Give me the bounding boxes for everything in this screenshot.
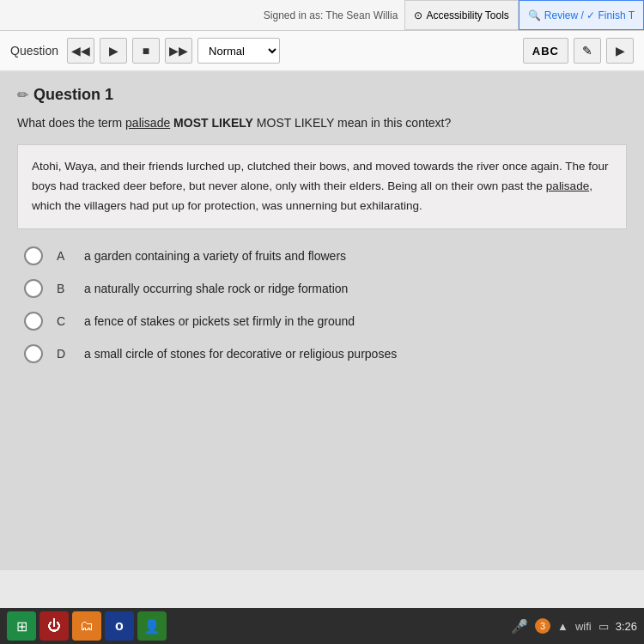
apps-taskbar-icon[interactable]: ⊞ [7,611,36,641]
stop-icon: ■ [143,44,149,58]
choice-a-letter: A [57,249,70,263]
taskbar-right: 🎤 3 ▲ wifi ▭ 3:26 [511,618,637,635]
question-text-before: What does the term [17,116,125,130]
files-taskbar-icon[interactable]: 🗂 [72,611,101,641]
question-text-after: MOST LIKELY mean in this context? [253,116,451,130]
choice-a[interactable]: A a garden containing a variety of fruit… [24,246,620,265]
accessibility-icon: ⊙ [414,9,422,21]
radio-b[interactable] [24,279,43,298]
power-icon: ⏻ [47,618,61,634]
stop-button[interactable]: ■ [132,38,160,64]
choice-b-text: a naturally occurring shale rock or ridg… [84,282,348,295]
accessibility-label: Accessibility Tools [426,9,508,21]
choice-c-letter: C [57,314,70,328]
chevron-right-icon: ▶ [616,44,625,58]
question-label: Question [10,44,58,58]
choice-d[interactable]: D a small circle of stones for decorativ… [24,344,620,363]
signed-in-text: Signed in as: The Sean Willia [264,9,405,21]
review-finish-label: Review / ✓ Finish T [544,9,635,21]
main-content: ✏ Question 1 What does the term palisade… [0,72,644,570]
more-button[interactable]: ▶ [606,38,634,64]
wifi-icon: wifi [575,620,592,633]
question-underlined-word: palisade [125,116,170,130]
clock: 3:26 [616,620,637,633]
zoom-select[interactable]: Normal Zoom In Zoom Out [197,38,280,64]
question-text: What does the term palisade MOST LIKELY … [17,114,627,132]
passage-box: Atohi, Waya, and their friends lurched u… [17,144,627,229]
radio-d[interactable] [24,344,43,363]
taskbar: ⊞ ⏻ 🗂 o 👤 🎤 3 ▲ wifi ▭ 3:26 [0,608,644,644]
rewind-icon: ◀◀ [71,44,90,58]
files-icon: 🗂 [80,618,94,634]
browser-icon: o [115,618,124,634]
choice-c[interactable]: C a fence of stakes or pickets set firml… [24,312,620,331]
search-icon: 🔍 [528,9,541,21]
choice-a-text: a garden containing a variety of fruits … [84,249,346,263]
rewind-button[interactable]: ◀◀ [67,38,94,64]
accessibility-tools-button[interactable]: ⊙ Accessibility Tools [404,0,518,30]
notification-badge: 3 [535,618,550,634]
question-title: Question 1 [33,86,113,104]
edit-button[interactable]: ✎ [574,38,601,64]
passage-text-1: Atohi, Waya, and their friends lurched u… [32,160,609,192]
fast-forward-icon: ▶▶ [169,44,188,58]
review-finish-button[interactable]: 🔍 Review / ✓ Finish T [519,0,644,30]
microphone-icon[interactable]: 🎤 [511,618,528,635]
radio-a[interactable] [24,246,43,265]
fast-forward-button[interactable]: ▶▶ [165,38,192,64]
choice-b-letter: B [57,282,70,295]
user-taskbar-icon[interactable]: 👤 [137,611,167,641]
answer-choices: A a garden containing a variety of fruit… [17,246,627,363]
edit-icon: ✎ [582,44,592,58]
user-icon: 👤 [143,618,161,635]
passage-underlined-word: palisade [546,179,589,192]
play-icon: ▶ [109,44,118,58]
choice-c-text: a fence of stakes or pickets set firmly … [84,314,355,328]
apps-icon: ⊞ [16,618,27,635]
toolbar: Question ◀◀ ▶ ■ ▶▶ Normal Zoom In Zoom O… [0,31,644,72]
choice-d-text: a small circle of stones for decorative … [84,347,397,361]
question-header: ✏ Question 1 [17,86,627,104]
power-taskbar-icon[interactable]: ⏻ [39,611,69,641]
choice-d-letter: D [57,347,70,361]
choice-b[interactable]: B a naturally occurring shale rock or ri… [24,279,620,298]
battery-icon: ▭ [598,620,609,633]
browser-taskbar-icon[interactable]: o [105,611,134,641]
signal-icon: ▲ [557,620,568,633]
abc-button[interactable]: ABC [523,38,568,64]
top-bar: Signed in as: The Sean Willia ⊙ Accessib… [0,0,644,31]
radio-c[interactable] [24,312,43,331]
pencil-icon: ✏ [17,87,28,103]
play-button[interactable]: ▶ [100,38,127,64]
